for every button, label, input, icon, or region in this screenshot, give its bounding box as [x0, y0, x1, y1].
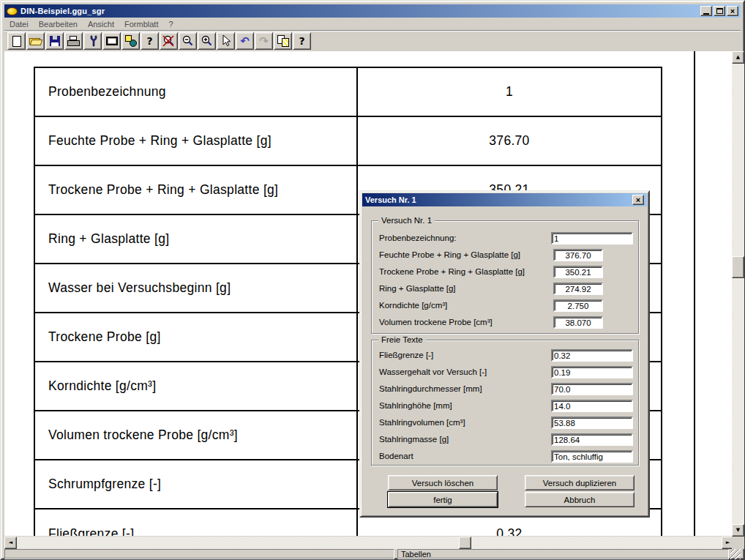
- trockene-probe-input[interactable]: [553, 266, 603, 278]
- question-mark-icon: ?: [299, 36, 304, 46]
- group-freie-texte: Freie Texte Fließgrenze [-] Wassergehalt…: [371, 340, 639, 466]
- menu-formblatt[interactable]: Formblatt: [119, 18, 163, 30]
- scrollbar-corner: [732, 537, 744, 549]
- duplicate-versuch-button[interactable]: Versuch duplizieren: [525, 475, 634, 490]
- save-button[interactable]: [45, 32, 64, 50]
- row-label: Wasser bei Versuchsbeginn [g]: [35, 264, 358, 312]
- group-title: Versuch Nr. 1: [378, 216, 435, 225]
- field-label: Feuchte Probe + Ring + Glasplatte [g]: [379, 250, 520, 259]
- table-row[interactable]: Feuchte Probe + Ring + Glasplatte [g] 37…: [35, 117, 661, 166]
- row-label: Korndichte [g/cm³]: [35, 362, 358, 410]
- minimize-icon: [703, 13, 709, 15]
- redo-button[interactable]: ↷: [255, 32, 273, 50]
- scroll-down-icon: ▼: [736, 528, 740, 533]
- wassergehalt-input[interactable]: [551, 366, 633, 378]
- field-label: Korndichte [g/cm³]: [379, 301, 447, 310]
- delete-versuch-button[interactable]: Versuch löschen: [388, 475, 498, 490]
- stahlringmasse-input[interactable]: [551, 433, 633, 446]
- ring-glasplatte-input[interactable]: [553, 283, 603, 295]
- cancel-button[interactable]: Abbruch: [525, 492, 634, 507]
- horizontal-scrollbar[interactable]: ◄ ►: [4, 537, 734, 549]
- stahlringhoehe-input[interactable]: [551, 400, 633, 412]
- stahlringdurchmesser-input[interactable]: [551, 383, 633, 395]
- help-button[interactable]: ?: [141, 32, 159, 50]
- horizontal-scroll-thumb[interactable]: [459, 537, 471, 549]
- volumen-input[interactable]: [553, 316, 603, 329]
- table-row[interactable]: Probenbezeichnung 1: [35, 68, 661, 117]
- zoom-in-button[interactable]: [198, 32, 216, 50]
- status-panel-left: [4, 549, 394, 559]
- row-label: Feuchte Probe + Ring + Glasplatte [g]: [35, 117, 358, 165]
- menu-ansicht[interactable]: Ansicht: [83, 18, 119, 30]
- field-label: Stahlringmasse [g]: [379, 435, 449, 444]
- done-button[interactable]: fertig: [388, 492, 498, 507]
- row-label: Fließgrenze [-]: [35, 509, 358, 536]
- print-button[interactable]: [64, 32, 83, 50]
- new-file-button[interactable]: [7, 32, 26, 50]
- stahlringvolumen-input[interactable]: [551, 417, 633, 429]
- menu-help[interactable]: ?: [163, 18, 178, 30]
- close-button[interactable]: ×: [727, 6, 738, 16]
- field-label: Ring + Glasplatte [g]: [379, 284, 456, 293]
- field-label: Stahlringdurchmesser [mm]: [379, 384, 482, 393]
- row-label: Volumen trockene Probe [g/cm³]: [35, 411, 358, 459]
- field-label: Stahlringvolumen [cm³]: [379, 418, 465, 427]
- scroll-left-button[interactable]: ◄: [4, 537, 17, 549]
- status-bar: Tabellen: [4, 549, 741, 559]
- app-window: DIN-Beispiel.ggu_sgr × Datei Bearbeiten …: [0, 0, 745, 560]
- field-label: Probenbezeichnung:: [379, 234, 457, 242]
- row-label: Trockene Probe [g]: [35, 313, 358, 361]
- menu-datei[interactable]: Datei: [4, 18, 34, 30]
- open-file-button[interactable]: [26, 32, 45, 50]
- graphics-button[interactable]: [121, 32, 140, 50]
- scroll-up-icon: ▲: [736, 55, 740, 60]
- vertical-scroll-thumb[interactable]: [732, 256, 744, 278]
- settings-button[interactable]: [83, 32, 102, 50]
- select-tool-button[interactable]: [217, 32, 235, 50]
- context-help-button[interactable]: ?: [293, 32, 311, 50]
- probenbezeichnung-input[interactable]: [551, 232, 633, 244]
- undo-button[interactable]: ↶: [236, 32, 254, 50]
- versuch-dialog: Versuch Nr. 1 × Versuch Nr. 1 Probenbeze…: [359, 190, 650, 518]
- menu-bearbeiten[interactable]: Bearbeiten: [34, 18, 83, 30]
- resize-grip[interactable]: [730, 549, 741, 559]
- zoom-in-icon: [200, 34, 214, 48]
- feuchte-probe-input[interactable]: [553, 249, 603, 261]
- redo-icon: ↷: [259, 36, 269, 47]
- copy-form-button[interactable]: [274, 32, 292, 50]
- dialog-title-bar[interactable]: Versuch Nr. 1 ×: [362, 193, 647, 206]
- row-label: Ring + Glasplatte [g]: [35, 215, 358, 263]
- toolbar: ? ↶: [4, 31, 741, 51]
- field-label: Wassergehalt vor Versuch [-]: [379, 367, 487, 376]
- shapes-icon: [124, 35, 138, 47]
- page-border-line: [694, 51, 695, 536]
- row-label: Trockene Probe + Ring + Glasplatte [g]: [35, 166, 358, 214]
- scroll-left-icon: ◄: [9, 540, 12, 545]
- maximize-button[interactable]: [714, 6, 725, 16]
- floppy-disk-icon: [50, 36, 60, 46]
- open-folder-icon: [29, 37, 42, 45]
- scroll-right-icon: ►: [726, 540, 730, 545]
- maximize-icon: [716, 8, 723, 14]
- bodenart-input[interactable]: [551, 450, 633, 463]
- fliessgrenze-input[interactable]: [551, 349, 633, 362]
- zoom-cancel-icon: [162, 34, 176, 48]
- status-mode: Tabellen: [397, 549, 729, 559]
- field-label: Fließgrenze [-]: [379, 351, 433, 359]
- wrench-icon: [86, 34, 100, 48]
- close-icon: ×: [730, 7, 735, 15]
- zoom-out-button[interactable]: [179, 32, 197, 50]
- cursor-arrow-icon: [220, 34, 233, 48]
- undo-icon: ↶: [240, 36, 250, 47]
- dialog-close-button[interactable]: ×: [632, 195, 644, 205]
- zoom-out-icon: [181, 34, 195, 48]
- scroll-down-button[interactable]: ▼: [732, 524, 744, 537]
- korndichte-input[interactable]: [553, 299, 603, 312]
- minimize-button[interactable]: [700, 6, 712, 16]
- zoom-reset-button[interactable]: [160, 32, 178, 50]
- page-frame-button[interactable]: [102, 32, 121, 50]
- vertical-scrollbar[interactable]: ▲ ▼: [732, 51, 744, 537]
- scroll-up-button[interactable]: ▲: [732, 51, 744, 64]
- row-label: Probenbezeichnung: [35, 68, 358, 116]
- title-bar[interactable]: DIN-Beispiel.ggu_sgr ×: [4, 4, 741, 18]
